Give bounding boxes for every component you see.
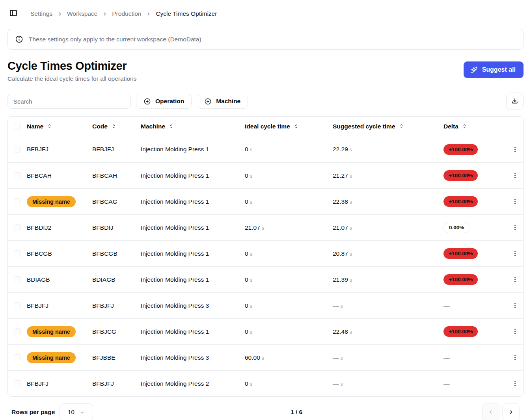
table-row: Missing name BFJBBE Injection Molding Pr… xyxy=(8,344,523,370)
row-actions-button[interactable] xyxy=(509,170,520,181)
suggested-cycle-time-cell: 21.39s xyxy=(333,276,443,283)
row-checkbox[interactable] xyxy=(14,276,21,283)
suggested-cycle-time-cell: —s xyxy=(333,302,443,309)
select-all-checkbox[interactable] xyxy=(14,123,21,130)
row-actions-button[interactable] xyxy=(509,326,520,337)
row-actions-button[interactable] xyxy=(509,144,520,155)
page-indicator: 1 / 6 xyxy=(291,409,302,416)
table-row: BFBJFJ BFBJFJ Injection Molding Press 1 … xyxy=(8,136,523,162)
sort-icon[interactable] xyxy=(294,124,299,129)
suggested-cycle-time-cell: 22.38s xyxy=(333,198,443,205)
pagination-bar: Rows per page 10 1 / 6 xyxy=(7,402,524,420)
top-bar: Settings Workspace Production Cycle Time… xyxy=(7,8,524,20)
machine-cell: Injection Molding Press 2 xyxy=(141,380,245,387)
sort-icon[interactable] xyxy=(111,124,116,129)
sidebar-toggle-button[interactable] xyxy=(7,8,19,20)
value: 0 xyxy=(245,276,248,283)
suggested-cycle-time-cell: 22.48s xyxy=(333,328,443,335)
filter-machine-button[interactable]: Machine xyxy=(197,94,248,109)
chevron-right-icon xyxy=(508,409,514,415)
banner-text: These settings only apply to the current… xyxy=(29,36,201,43)
row-actions-button[interactable] xyxy=(509,352,520,363)
delta-badge: 0.00% xyxy=(443,222,470,233)
value: 20.87 xyxy=(333,250,348,257)
ideal-cycle-time-cell: 0s xyxy=(245,172,333,179)
column-header-code[interactable]: Code xyxy=(92,123,141,130)
export-button[interactable] xyxy=(506,93,524,110)
column-header-ideal-cycle-time[interactable]: Ideal cycle time xyxy=(245,123,333,130)
column-header-suggested-cycle-time[interactable]: Suggested cycle time xyxy=(333,123,443,130)
machine-cell: Injection Molding Press 1 xyxy=(141,224,245,231)
sort-icon[interactable] xyxy=(169,124,174,129)
rows-per-page-select[interactable]: 10 xyxy=(60,403,93,420)
column-header-machine[interactable]: Machine xyxy=(141,123,245,130)
delta-badge: +100.00% xyxy=(443,196,478,207)
delta-cell: 0.00% xyxy=(443,222,507,233)
unit-label: s xyxy=(350,225,352,231)
value: 21.39 xyxy=(333,276,348,283)
unit-label: s xyxy=(262,355,264,361)
delta-cell: — xyxy=(443,302,507,309)
missing-name-badge: Missing name xyxy=(27,326,76,337)
missing-name-badge: Missing name xyxy=(27,352,76,363)
row-actions-button[interactable] xyxy=(509,274,520,285)
sort-icon[interactable] xyxy=(47,124,52,129)
filter-operation-button[interactable]: Operation xyxy=(136,94,192,109)
suggest-all-button[interactable]: Suggest all xyxy=(464,61,524,78)
row-checkbox[interactable] xyxy=(14,198,21,205)
delta-cell: +100.00% xyxy=(443,326,507,337)
row-checkbox[interactable] xyxy=(14,328,21,335)
delta-empty: — xyxy=(443,380,450,387)
machine-cell: Injection Molding Press 3 xyxy=(141,354,245,361)
row-checkbox[interactable] xyxy=(14,380,21,387)
ideal-cycle-time-cell: 0s xyxy=(245,302,333,309)
value: 60.00 xyxy=(245,354,260,361)
unit-label: s xyxy=(262,225,264,231)
sort-icon[interactable] xyxy=(399,124,404,129)
breadcrumb-workspace[interactable]: Workspace xyxy=(67,10,97,17)
row-actions-button[interactable] xyxy=(509,378,520,389)
row-actions-button[interactable] xyxy=(509,196,520,207)
breadcrumb-production[interactable]: Production xyxy=(112,10,141,17)
column-header-delta[interactable]: Delta xyxy=(443,123,507,130)
breadcrumb-settings[interactable]: Settings xyxy=(30,10,52,17)
row-actions-button[interactable] xyxy=(509,222,520,233)
row-checkbox[interactable] xyxy=(14,224,21,231)
ideal-cycle-time-cell: 21.07s xyxy=(245,224,333,231)
unit-label: s xyxy=(350,277,352,283)
unit-label: s xyxy=(250,381,252,387)
ideal-cycle-time-cell: 0s xyxy=(245,328,333,335)
delta-badge: +100.00% xyxy=(443,326,478,337)
next-page-button[interactable] xyxy=(502,403,520,420)
row-checkbox[interactable] xyxy=(14,146,21,153)
row-checkbox[interactable] xyxy=(14,354,21,361)
code-cell: BFBJFJ xyxy=(92,380,141,387)
missing-name-badge: Missing name xyxy=(27,196,76,207)
name-cell: BDIAGB xyxy=(27,276,92,283)
sort-icon[interactable] xyxy=(462,124,467,129)
chevron-right-icon xyxy=(102,11,107,17)
kebab-icon xyxy=(512,302,518,309)
value: 0 xyxy=(245,198,248,205)
unit-label: s xyxy=(250,251,252,257)
row-actions-button[interactable] xyxy=(509,248,520,259)
search-input[interactable] xyxy=(7,94,131,109)
column-header-name[interactable]: Name xyxy=(27,123,92,130)
row-checkbox[interactable] xyxy=(14,302,21,309)
row-checkbox[interactable] xyxy=(14,172,21,179)
row-checkbox[interactable] xyxy=(14,250,21,257)
column-label: Ideal cycle time xyxy=(245,123,290,130)
unit-label: s xyxy=(250,147,252,152)
cycle-times-table: NameCodeMachineIdeal cycle timeSuggested… xyxy=(7,116,524,397)
value: 0 xyxy=(245,146,248,152)
value: — xyxy=(333,354,339,361)
page: Settings Workspace Production Cycle Time… xyxy=(0,8,531,420)
unit-label: s xyxy=(350,199,352,205)
value: 0 xyxy=(245,172,248,179)
value: 21.27 xyxy=(333,172,348,179)
previous-page-button[interactable] xyxy=(482,403,499,420)
column-label: Delta xyxy=(443,123,458,130)
row-actions-button[interactable] xyxy=(509,300,520,311)
table-row: BFBJFJ BFBJFJ Injection Molding Press 2 … xyxy=(8,370,523,396)
name-cell: BFBCGB xyxy=(27,250,92,257)
